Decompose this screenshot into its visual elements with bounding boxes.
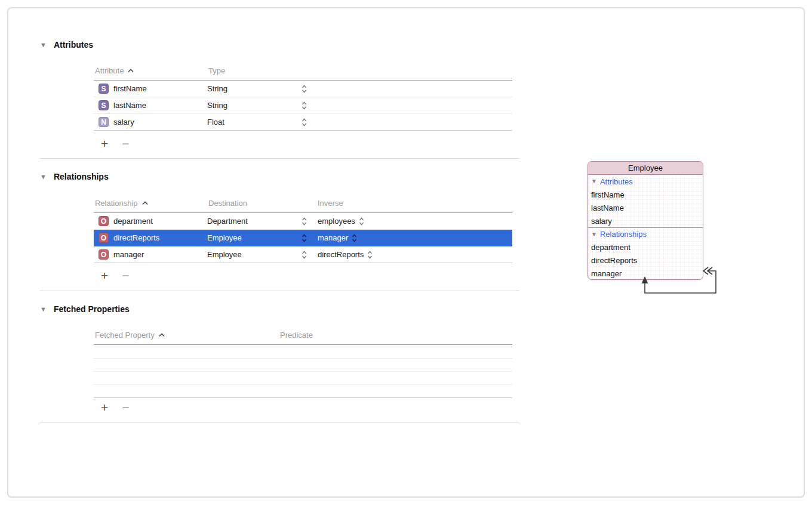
entity-attribute-name: firstName (591, 190, 625, 199)
attribute-row[interactable]: N salary Float (94, 114, 512, 131)
relationship-type-badge: O (99, 249, 109, 260)
relationship-name[interactable]: department (113, 217, 153, 226)
fetched-properties-table-header: Fetched Property Predicate (94, 325, 512, 345)
sort-ascending-icon (142, 201, 148, 205)
destination-value[interactable]: Employee (207, 233, 242, 242)
entity-attribute-name: salary (591, 217, 612, 226)
inverse-popup-stepper-icon[interactable] (352, 234, 357, 242)
relationship-column-header[interactable]: Relationship (95, 199, 138, 208)
entity-attributes-label: Attributes (600, 177, 633, 186)
attribute-type-badge: S (99, 84, 109, 94)
attribute-type-value[interactable]: String (207, 101, 227, 110)
sort-ascending-icon (128, 69, 134, 73)
entity-attribute-item[interactable]: salary (588, 214, 703, 227)
empty-row[interactable] (94, 345, 512, 359)
destination-column-header[interactable]: Destination (208, 199, 247, 208)
attribute-type-value[interactable]: Float (207, 118, 224, 126)
fetched-properties-rows (94, 345, 512, 398)
attributes-section-header: ▼ Attributes (40, 39, 93, 50)
editor-frame: ▼ Attributes Attribute Type S firstName (7, 7, 805, 498)
empty-row[interactable] (94, 385, 512, 398)
inverse-value[interactable]: employees (318, 217, 355, 226)
destination-value[interactable]: Employee (207, 250, 242, 259)
attributes-rows: S firstName String S (94, 81, 512, 131)
destination-value[interactable]: Department (207, 217, 248, 226)
destination-popup-stepper-icon[interactable] (302, 251, 307, 259)
attribute-type-badge: N (99, 117, 109, 127)
relationship-type-badge: O (99, 233, 109, 243)
section-divider (40, 158, 519, 159)
entity-attribute-item[interactable]: lastName (588, 201, 703, 214)
add-fetched-property-button[interactable]: + (101, 401, 108, 414)
entity-title-bar[interactable]: Employee (588, 162, 703, 175)
type-popup-stepper-icon[interactable] (302, 101, 307, 110)
fetched-properties-add-remove: + − (101, 400, 130, 414)
remove-fetched-property-button[interactable]: − (122, 401, 129, 414)
relationship-row[interactable]: O manager Employee directReports (94, 246, 512, 263)
inverse-value[interactable]: directReports (318, 250, 364, 259)
relationships-rows: O department Department employees (94, 213, 512, 263)
empty-row[interactable] (94, 359, 512, 372)
relationships-add-remove: + − (101, 268, 130, 282)
disclosure-triangle-icon[interactable]: ▼ (591, 178, 597, 184)
section-divider (40, 291, 519, 291)
relationships-table-header: Relationship Destination Inverse (94, 193, 512, 213)
entity-attributes-section-row[interactable]: ▼ Attributes (588, 175, 703, 188)
add-attribute-button[interactable]: + (101, 137, 108, 150)
self-relationship-arrow (621, 258, 740, 311)
inverse-value[interactable]: manager (318, 233, 348, 242)
entity-relationship-name: department (591, 243, 630, 252)
attribute-type-badge: S (99, 100, 109, 110)
disclosure-triangle-icon[interactable]: ▼ (40, 306, 47, 313)
disclosure-triangle-icon[interactable]: ▼ (40, 42, 47, 48)
section-divider (40, 422, 519, 422)
entity-attribute-item[interactable]: firstName (588, 188, 703, 201)
attribute-row[interactable]: S firstName String (94, 81, 512, 97)
disclosure-triangle-icon[interactable]: ▼ (591, 232, 597, 237)
fetched-property-column-header[interactable]: Fetched Property (95, 331, 155, 340)
entity-attribute-name: lastName (591, 203, 624, 212)
relationships-table: Relationship Destination Inverse O depar… (94, 193, 512, 263)
destination-popup-stepper-icon[interactable] (302, 234, 307, 242)
attributes-section-title: Attributes (54, 40, 93, 50)
disclosure-triangle-icon[interactable]: ▼ (40, 174, 47, 180)
entity-attributes-list: firstName lastName salary (588, 188, 703, 227)
fetched-properties-table: Fetched Property Predicate (94, 325, 512, 398)
destination-popup-stepper-icon[interactable] (302, 217, 307, 226)
remove-attribute-button[interactable]: − (122, 137, 129, 150)
inverse-popup-stepper-icon[interactable] (359, 217, 364, 226)
relationship-row[interactable]: O department Department employees (94, 213, 512, 230)
relationship-name[interactable]: directReports (113, 233, 159, 242)
core-data-model-editor: { "attributes_section": { "title": "Attr… (0, 0, 812, 506)
sort-ascending-icon (159, 333, 165, 337)
relationship-type-badge: O (99, 216, 109, 226)
entity-relationships-label: Relationships (600, 230, 647, 239)
relationship-name[interactable]: manager (113, 250, 144, 259)
to-one-arrowhead-icon (642, 276, 648, 283)
remove-relationship-button[interactable]: − (122, 269, 129, 282)
attribute-name[interactable]: lastName (113, 101, 146, 110)
attributes-table: Attribute Type S firstName String (94, 61, 512, 131)
relationship-row[interactable]: O directReports Employee manager (94, 230, 512, 246)
type-popup-stepper-icon[interactable] (302, 118, 307, 126)
attributes-add-remove: + − (101, 136, 130, 150)
relationships-section-title: Relationships (54, 172, 109, 181)
entity-relationship-item[interactable]: department (588, 240, 703, 254)
attribute-column-header[interactable]: Attribute (95, 66, 124, 75)
fetched-properties-section-header: ▼ Fetched Properties (40, 304, 130, 314)
attribute-row[interactable]: S lastName String (94, 97, 512, 114)
attribute-name[interactable]: salary (113, 118, 134, 126)
entity-title: Employee (628, 163, 663, 172)
attribute-name[interactable]: firstName (113, 84, 147, 93)
attribute-type-value[interactable]: String (207, 84, 227, 93)
predicate-column-header[interactable]: Predicate (280, 331, 313, 340)
relationships-section-header: ▼ Relationships (40, 171, 109, 182)
entity-relationships-section-row[interactable]: ▼ Relationships (588, 227, 703, 240)
inverse-popup-stepper-icon[interactable] (367, 251, 373, 259)
empty-row[interactable] (94, 372, 512, 385)
inverse-column-header[interactable]: Inverse (318, 199, 343, 208)
type-column-header[interactable]: Type (208, 66, 225, 75)
fetched-properties-section-title: Fetched Properties (54, 304, 130, 314)
type-popup-stepper-icon[interactable] (302, 85, 307, 93)
add-relationship-button[interactable]: + (101, 269, 108, 282)
